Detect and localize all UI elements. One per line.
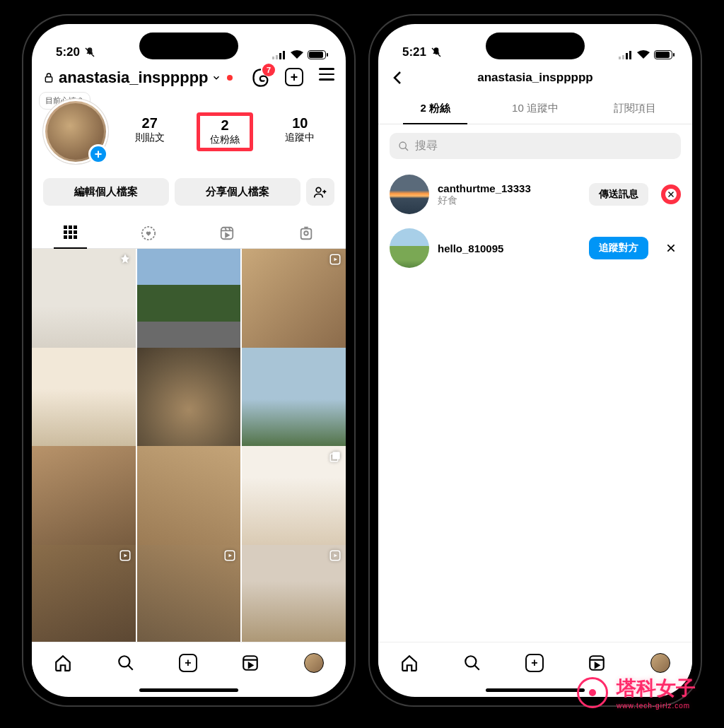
message-button[interactable]: 傳送訊息: [589, 183, 648, 206]
follower-avatar[interactable]: [390, 175, 429, 214]
grid-cell[interactable]: [242, 545, 346, 642]
menu-button[interactable]: [319, 68, 334, 88]
svg-rect-1: [272, 57, 274, 59]
tab-followers[interactable]: 2 粉絲: [385, 93, 485, 124]
phone-right: 5:21 anastasia_insppppp 2 粉絲 10 追蹤中 訂閱項目: [368, 14, 702, 707]
nav-search[interactable]: [117, 654, 135, 672]
svg-point-17: [119, 656, 129, 667]
grid-cell[interactable]: [32, 446, 136, 550]
back-button[interactable]: [390, 69, 407, 86]
cellular-icon: [619, 51, 633, 59]
nav-profile[interactable]: [304, 653, 324, 673]
grid-cell[interactable]: [32, 545, 136, 642]
plus-square-icon: +: [285, 68, 303, 86]
svg-point-10: [304, 231, 308, 235]
cellular-icon: [272, 51, 286, 59]
svg-rect-8: [221, 228, 233, 240]
create-button[interactable]: +: [285, 68, 305, 88]
grid-cell[interactable]: [32, 249, 136, 353]
follow-button[interactable]: 追蹤對方: [589, 237, 648, 259]
watermark-logo-icon: [577, 677, 608, 708]
tagged-icon: [298, 225, 314, 241]
grid-cell[interactable]: [242, 348, 346, 452]
follower-info[interactable]: canthurtme_13333 好食: [438, 182, 580, 207]
home-indicator: [32, 683, 346, 697]
watermark-brand: 塔科女子: [617, 677, 696, 699]
watermark: 塔科女子 www.tech-girlz.com: [577, 675, 696, 710]
profile-action-row: 編輯個人檔案 分享個人檔案: [32, 174, 346, 214]
status-bar: 5:20: [32, 24, 346, 62]
grid-cell[interactable]: [137, 545, 241, 642]
svg-rect-2: [276, 55, 278, 59]
svg-rect-9: [301, 229, 312, 240]
mute-icon: [84, 47, 95, 58]
status-time: 5:21: [402, 45, 426, 59]
nav-profile[interactable]: [650, 653, 670, 673]
nav-create[interactable]: +: [179, 654, 197, 672]
tab-tagged[interactable]: [284, 218, 328, 248]
reel-icon: [223, 549, 236, 562]
tab-exclusive[interactable]: [127, 218, 170, 248]
profile-avatar[interactable]: 目前心情？ +: [43, 99, 108, 164]
followers-header: anastasia_insppppp: [378, 62, 692, 93]
threads-button[interactable]: 7: [251, 68, 271, 88]
grid-cell[interactable]: [137, 446, 241, 550]
svg-line-18: [128, 665, 133, 670]
nav-home[interactable]: [400, 654, 419, 672]
search-input[interactable]: 搜尋: [390, 133, 681, 159]
tab-following[interactable]: 10 追蹤中: [485, 93, 585, 124]
nav-search[interactable]: [463, 654, 481, 672]
share-profile-button[interactable]: 分享個人檔案: [175, 178, 300, 206]
add-story-button[interactable]: +: [88, 144, 108, 164]
tab-subscriptions[interactable]: 訂閱項目: [585, 93, 685, 124]
account-switcher[interactable]: anastasia_insppppp: [59, 69, 233, 87]
grid-cell[interactable]: [242, 249, 346, 353]
search-icon: [398, 141, 409, 152]
svg-rect-29: [590, 656, 605, 670]
svg-point-6: [316, 187, 321, 192]
follower-avatar[interactable]: [390, 228, 429, 268]
follower-info[interactable]: hello_810095: [438, 242, 580, 254]
nav-reels[interactable]: [241, 654, 259, 672]
battery-icon: [308, 50, 326, 59]
grid-icon: [64, 225, 77, 239]
grid-cell[interactable]: [32, 348, 136, 452]
svg-point-27: [465, 656, 476, 667]
stat-following[interactable]: 10 追蹤中: [278, 112, 322, 151]
stat-followers[interactable]: 2 位粉絲: [197, 112, 253, 151]
phone-left: 5:20 anastasia_insppppp: [22, 14, 356, 707]
mute-icon: [431, 47, 442, 58]
edit-profile-button[interactable]: 編輯個人檔案: [43, 178, 169, 206]
bottom-nav: +: [32, 642, 346, 683]
grid-cell[interactable]: [137, 249, 241, 353]
reels-icon: [219, 225, 235, 241]
wifi-icon: [637, 50, 650, 59]
page-title: anastasia_insppppp: [407, 71, 664, 85]
battery-icon: [654, 50, 672, 59]
grid-cell[interactable]: [137, 348, 241, 452]
grid-cell[interactable]: [242, 446, 346, 550]
remove-follower-button[interactable]: [661, 238, 681, 258]
follower-row: canthurtme_13333 好食 傳送訊息: [378, 168, 692, 221]
threads-badge: 7: [262, 64, 275, 76]
status-time: 5:20: [56, 45, 80, 59]
reel-icon: [329, 253, 341, 266]
tab-grid[interactable]: [49, 218, 91, 248]
username: anastasia_insppppp: [59, 69, 209, 87]
svg-rect-24: [629, 51, 631, 59]
multi-icon: [329, 450, 341, 463]
svg-line-26: [405, 148, 408, 151]
nav-create[interactable]: +: [525, 654, 544, 672]
followers-tabs: 2 粉絲 10 追蹤中 訂閱項目: [378, 93, 692, 124]
svg-rect-3: [279, 53, 281, 59]
heart-circle-icon: [141, 225, 156, 241]
reel-icon: [119, 549, 132, 562]
wifi-icon: [291, 50, 303, 59]
stat-posts[interactable]: 27 則貼文: [128, 112, 172, 151]
nav-reels[interactable]: [588, 654, 606, 672]
tab-reels[interactable]: [205, 218, 249, 248]
discover-people-button[interactable]: [306, 178, 334, 206]
remove-follower-button[interactable]: [661, 184, 681, 204]
close-icon: [665, 242, 677, 254]
nav-home[interactable]: [54, 654, 72, 672]
